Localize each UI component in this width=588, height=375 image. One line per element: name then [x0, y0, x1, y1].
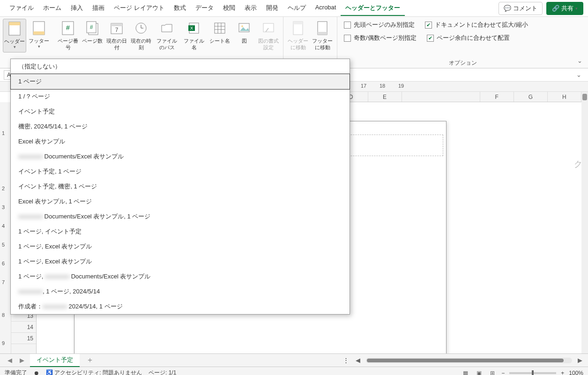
options-group: 先頭ページのみ別指定 ✔ドキュメントに合わせて拡大/縮小 奇数/偶数ページ別指定… — [337, 17, 588, 68]
menu-tab-12[interactable]: ヘッダーとフッター — [341, 1, 405, 16]
scrollbar-thumb[interactable] — [582, 94, 587, 100]
menu-tab-2[interactable]: 挿入 — [66, 1, 88, 16]
menu-tab-6[interactable]: データ — [191, 1, 218, 16]
current-date-button[interactable]: 7 現在の日付 — [105, 19, 128, 53]
menu-tab-10[interactable]: ヘルプ — [283, 1, 311, 16]
column-header[interactable]: G — [514, 92, 548, 102]
page-break-view-button[interactable]: ⊞ — [488, 369, 497, 375]
goto-header-icon — [290, 21, 305, 36]
svg-rect-25 — [263, 23, 274, 32]
file-name-button[interactable]: X ファイル名 — [181, 19, 207, 53]
svg-text:#: # — [90, 24, 93, 30]
menu-tab-0[interactable]: ファイル — [5, 1, 38, 16]
hscroll-left[interactable]: ◀ — [354, 357, 362, 364]
header-preset-item[interactable]: 1 ページ — [11, 74, 350, 89]
header-preset-item[interactable]: 1 ページ, Excel 表サンプル — [11, 254, 350, 269]
row-header[interactable]: 14 — [11, 322, 36, 333]
menu-tab-1[interactable]: ホーム — [38, 1, 66, 16]
current-time-button[interactable]: 現在の時刻 — [129, 19, 153, 53]
header-preset-item[interactable]: Excel 表サンプル, 1 ページ — [11, 194, 350, 209]
menu-tab-7[interactable]: 校閲 — [218, 1, 240, 16]
zoom-slider[interactable] — [509, 372, 556, 374]
svg-text:X: X — [190, 26, 193, 30]
zoom-in-button[interactable]: + — [561, 370, 564, 375]
goto-header-button: ヘッダーに移動 — [286, 19, 310, 53]
header-preset-item[interactable]: 作成者：xxxxxxxx 2024/5/14, 1 ページ — [11, 299, 350, 314]
status-ready: 準備完了 — [5, 369, 27, 375]
menu-tab-11[interactable]: Acrobat — [311, 1, 341, 16]
column-header[interactable]: F — [480, 92, 514, 102]
row-header[interactable]: 15 — [11, 333, 36, 344]
header-preset-item[interactable]: イベント予定, 機密, 1 ページ — [11, 179, 350, 194]
sheet-icon — [212, 21, 227, 36]
svg-text:7: 7 — [115, 27, 119, 33]
chevron-down-icon: ▾ — [38, 44, 40, 50]
accessibility-status[interactable]: ♿ アクセシビリティ: 問題ありません — [46, 369, 142, 375]
header-icon — [7, 21, 22, 36]
svg-rect-3 — [33, 31, 45, 35]
menu-tab-5[interactable]: 数式 — [169, 1, 191, 16]
header-preset-item[interactable]: 機密, 2024/5/14, 1 ページ — [11, 119, 350, 134]
zoom-level[interactable]: 100% — [569, 370, 583, 375]
format-picture-button: 図の書式設定 — [257, 19, 280, 53]
horizontal-scrollbar[interactable] — [366, 358, 572, 363]
tab-nav-next[interactable]: ▶ — [16, 357, 28, 364]
page-count-button[interactable]: # ページ数 — [81, 19, 104, 53]
odd-even-different-checkbox[interactable]: 奇数/偶数ページ別指定 — [344, 34, 417, 42]
ribbon-collapse-button[interactable]: ⌄ — [577, 57, 582, 64]
picture-button[interactable]: 図 — [232, 19, 256, 53]
share-button[interactable]: 🔗 共有 ▾ — [546, 2, 583, 15]
svg-rect-27 — [293, 22, 303, 24]
tab-nav-prev[interactable]: ◀ — [4, 357, 16, 364]
svg-rect-29 — [318, 32, 327, 35]
header-dropdown-button[interactable]: ヘッダー ▾ — [3, 19, 26, 52]
comment-button[interactable]: 💬 コメント — [499, 2, 543, 15]
chevron-down-icon: ▾ — [14, 45, 16, 50]
normal-view-button[interactable]: ▦ — [461, 369, 470, 375]
vertical-scrollbar[interactable] — [581, 92, 588, 353]
share-icon: 🔗 — [552, 5, 559, 12]
header-preset-item[interactable]: 1 ページ, xxxxxxxx Documents/Excel 表サンプル — [11, 269, 350, 284]
file-path-button[interactable]: ファイルのパス — [154, 19, 180, 53]
menu-tab-8[interactable]: 表示 — [240, 1, 261, 16]
header-preset-item[interactable]: xxxxxxxx, 1 ページ, 2024/5/14 — [11, 284, 350, 299]
goto-footer-icon — [315, 21, 330, 36]
scale-with-document-checkbox[interactable]: ✔ドキュメントに合わせて拡大/縮小 — [425, 21, 528, 29]
menubar: ファイルホーム挿入描画ページ レイアウト数式データ校閲表示開発ヘルプAcroba… — [0, 0, 588, 17]
svg-rect-1 — [9, 22, 20, 25]
first-page-different-checkbox[interactable]: 先頭ページのみ別指定 — [344, 21, 415, 29]
header-preset-item[interactable]: イベント予定 — [11, 104, 350, 119]
align-margins-checkbox[interactable]: ✔ページ余白に合わせて配置 — [427, 34, 510, 42]
header-preset-item[interactable]: Excel 表サンプル — [11, 134, 350, 149]
sheet-name-button[interactable]: シート名 — [208, 19, 231, 53]
zoom-out-button[interactable]: − — [501, 370, 505, 375]
page-number-button[interactable]: # ページ番号 — [56, 19, 80, 53]
scrollbar-thumb[interactable] — [367, 359, 564, 362]
header-preset-item[interactable]: xxxxxxxx Documents/Excel 表サンプル — [11, 149, 350, 164]
header-preset-dropdown: （指定しない）1 ページ1 / ? ページイベント予定機密, 2024/5/14… — [10, 59, 350, 315]
macro-record-icon[interactable]: ⏺ — [34, 370, 39, 375]
hscroll-right[interactable]: ▶ — [576, 357, 584, 364]
header-preset-item[interactable]: 1 ページ, Excel 表サンプル — [11, 239, 350, 254]
tab-menu[interactable]: ⋮ — [339, 357, 354, 364]
header-preset-item[interactable]: xxxxxxxx Documents/Excel 表サンプル, 1 ページ — [11, 209, 350, 224]
header-preset-item[interactable]: イベント予定, 1 ページ — [11, 164, 350, 179]
formula-bar-expand[interactable]: ⌄ — [573, 71, 584, 78]
calendar-icon: 7 — [109, 21, 124, 36]
column-header[interactable]: H — [548, 92, 581, 102]
menu-tab-9[interactable]: 開発 — [261, 1, 283, 16]
header-preset-item[interactable]: 1 ページ, イベント予定 — [11, 224, 350, 239]
footer-dropdown-button[interactable]: フッター ▾ — [27, 19, 51, 52]
sheet-tab-bar: ◀ ▶ イベント予定 ＋ ⋮ ◀ ▶ — [0, 353, 588, 367]
page-layout-view-button[interactable]: ▣ — [475, 369, 484, 375]
vertical-ruler: 123456789 — [0, 102, 11, 353]
goto-footer-button[interactable]: フッターに移動 — [311, 19, 334, 53]
clock-icon — [134, 21, 149, 36]
sheet-tab-active[interactable]: イベント予定 — [30, 354, 80, 367]
header-preset-item[interactable]: 1 / ? ページ — [11, 89, 350, 104]
menu-tab-3[interactable]: 描画 — [88, 1, 109, 16]
header-preset-item[interactable]: （指定しない） — [11, 59, 350, 74]
column-header[interactable]: E — [368, 92, 402, 102]
menu-tab-4[interactable]: ページ レイアウト — [109, 1, 169, 16]
add-sheet-button[interactable]: ＋ — [82, 355, 98, 365]
